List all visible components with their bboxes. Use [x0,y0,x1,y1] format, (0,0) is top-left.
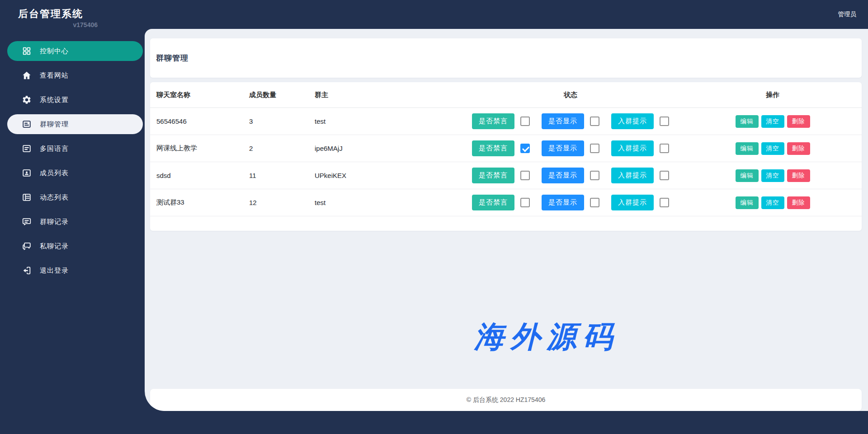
status-controls: 是否禁言是否显示入群提示 [464,168,677,183]
mute-toggle-button[interactable]: 是否禁言 [472,195,514,210]
mute-toggle-checkbox[interactable] [520,144,530,153]
column-header-0: 聊天室名称 [150,82,243,108]
sidebar-item-label: 动态列表 [40,193,69,202]
join-tip-toggle-button[interactable]: 入群提示 [611,195,654,210]
display-toggle-checkbox[interactable] [590,144,599,153]
sidebar-item-2[interactable]: 系统设置 [7,90,143,110]
app-logo: 后台管理系统 v175406 [0,0,98,28]
join-tip-toggle-group: 入群提示 [611,195,669,210]
column-header-3: 状态 [458,82,684,108]
app-title: 后台管理系统 [18,7,98,21]
group-chat-table-card: 聊天室名称成员数量群主状态操作 565465463test是否禁言是否显示入群提… [150,82,862,231]
owner-cell: UPkeiKEX [308,162,458,189]
display-toggle-checkbox[interactable] [590,171,599,180]
action-buttons: 编辑清空删除 [690,196,855,209]
action-buttons: 编辑清空删除 [690,115,855,128]
clear-button[interactable]: 清空 [761,142,784,155]
mute-toggle-checkbox[interactable] [520,117,530,126]
private-chat-log-icon [22,241,32,251]
display-toggle-button[interactable]: 是否显示 [542,140,584,156]
sidebar-item-0[interactable]: 控制中心 [7,41,143,61]
table-row: sdsd11UPkeiKEX是否禁言是否显示入群提示编辑清空删除 [150,162,862,189]
mute-toggle-checkbox[interactable] [520,198,530,207]
join-tip-toggle-checkbox[interactable] [660,171,669,180]
owner-cell: test [308,108,458,135]
main-content: 群聊管理 聊天室名称成员数量群主状态操作 565465463test是否禁言是否… [145,29,868,411]
status-cell: 是否禁言是否显示入群提示 [458,162,684,189]
language-icon [22,144,32,154]
members-icon [22,168,32,178]
display-toggle-group: 是否显示 [542,195,599,210]
chatroom-name-cell: 测试群33 [150,189,243,216]
column-header-2: 群主 [308,82,458,108]
edit-button[interactable]: 编辑 [736,196,759,209]
display-toggle-button[interactable]: 是否显示 [542,168,584,183]
join-tip-toggle-group: 入群提示 [611,140,669,156]
member-count-cell: 2 [243,135,308,162]
sidebar-item-4[interactable]: 多国语言 [7,139,143,159]
display-toggle-button[interactable]: 是否显示 [542,195,584,210]
mute-toggle-group: 是否禁言 [472,195,530,210]
delete-button[interactable]: 删除 [787,169,810,182]
table-header-row: 聊天室名称成员数量群主状态操作 [150,82,862,108]
feed-list-icon [22,192,32,202]
owner-cell: ipe6MAjJ [308,135,458,162]
chatroom-name-cell: sdsd [150,162,243,189]
status-cell: 是否禁言是否显示入群提示 [458,108,684,135]
join-tip-toggle-checkbox[interactable] [660,198,669,207]
mute-toggle-checkbox[interactable] [520,171,530,180]
sidebar-item-6[interactable]: 动态列表 [7,187,143,207]
table-row: 565465463test是否禁言是否显示入群提示编辑清空删除 [150,108,862,135]
edit-button[interactable]: 编辑 [736,169,759,182]
actions-cell: 编辑清空删除 [684,108,862,135]
mute-toggle-button[interactable]: 是否禁言 [472,168,514,183]
sidebar-item-5[interactable]: 成员列表 [7,163,143,183]
delete-button[interactable]: 删除 [787,196,810,209]
owner-cell: test [308,189,458,216]
action-buttons: 编辑清空删除 [690,169,855,182]
join-tip-toggle-group: 入群提示 [611,168,669,183]
join-tip-toggle-button[interactable]: 入群提示 [611,113,654,129]
sidebar-item-7[interactable]: 群聊记录 [7,212,143,232]
sidebar-item-label: 控制中心 [40,47,69,56]
mute-toggle-group: 是否禁言 [472,113,530,129]
actions-cell: 编辑清空删除 [684,162,862,189]
display-toggle-group: 是否显示 [542,113,599,129]
edit-button[interactable]: 编辑 [736,115,759,128]
admin-user-label[interactable]: 管理员 [838,10,857,19]
top-header-bar: 管理员 [145,0,868,29]
column-header-4: 操作 [684,82,862,108]
sidebar-item-label: 查看网站 [40,71,69,80]
app-version: v175406 [18,21,98,28]
join-tip-toggle-button[interactable]: 入群提示 [611,168,654,183]
status-controls: 是否禁言是否显示入群提示 [464,195,677,210]
clear-button[interactable]: 清空 [761,169,784,182]
delete-button[interactable]: 删除 [787,115,810,128]
display-toggle-button[interactable]: 是否显示 [542,113,584,129]
chatroom-name-cell: 56546546 [150,108,243,135]
sidebar-menu: 控制中心查看网站系统设置群聊管理多国语言成员列表动态列表群聊记录私聊记录退出登录 [0,41,145,280]
clear-button[interactable]: 清空 [761,115,784,128]
mute-toggle-button[interactable]: 是否禁言 [472,113,514,129]
clear-button[interactable]: 清空 [761,196,784,209]
join-tip-toggle-checkbox[interactable] [660,117,669,126]
sidebar-item-1[interactable]: 查看网站 [7,65,143,85]
display-toggle-checkbox[interactable] [590,117,599,126]
sidebar-item-3[interactable]: 群聊管理 [7,114,143,134]
mute-toggle-button[interactable]: 是否禁言 [472,140,514,156]
member-count-cell: 3 [243,108,308,135]
sidebar: 后台管理系统 v175406 控制中心查看网站系统设置群聊管理多国语言成员列表动… [0,0,145,434]
status-controls: 是否禁言是否显示入群提示 [464,140,677,156]
chatroom-name-cell: 网课线上教学 [150,135,243,162]
sidebar-item-8[interactable]: 私聊记录 [7,236,143,256]
join-tip-toggle-button[interactable]: 入群提示 [611,140,654,156]
sidebar-item-9[interactable]: 退出登录 [7,261,143,280]
footer-copyright: © 后台系统 2022 HZ175406 [467,396,546,404]
display-toggle-checkbox[interactable] [590,198,599,207]
edit-button[interactable]: 编辑 [736,142,759,155]
watermark-text: 海外源码 [474,317,619,357]
join-tip-toggle-checkbox[interactable] [660,144,669,153]
member-count-cell: 11 [243,162,308,189]
actions-cell: 编辑清空删除 [684,189,862,216]
delete-button[interactable]: 删除 [787,142,810,155]
